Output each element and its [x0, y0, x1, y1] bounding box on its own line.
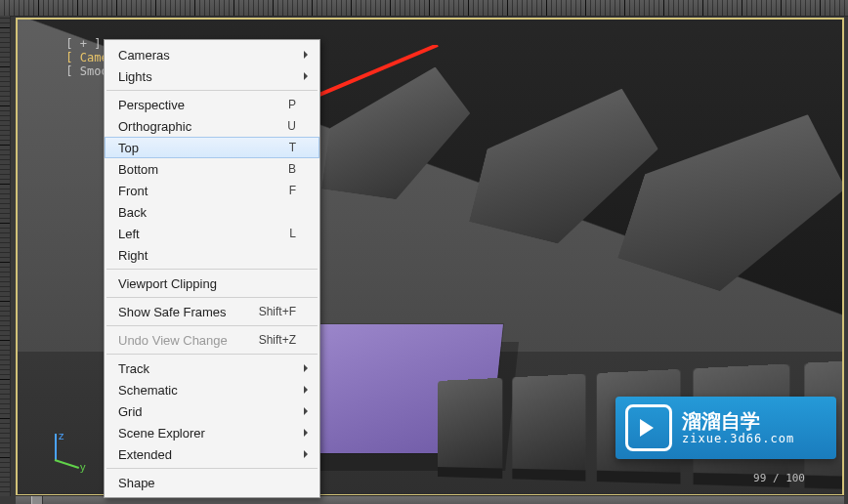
watermark-title: 溜溜自学 [682, 410, 794, 433]
menu-item-label: Cameras [118, 48, 170, 63]
menu-item-shortcut: P [288, 98, 296, 111]
axis-gizmo: z y [37, 434, 82, 479]
menu-item-label: Undo View Change [118, 333, 228, 348]
menu-item-lights[interactable]: Lights [105, 65, 319, 87]
menu-item-label: Bottom [118, 162, 158, 177]
menu-item-label: Scene Explorer [118, 426, 205, 441]
menu-item-label: Schematic [118, 383, 178, 398]
viewport-plus-button[interactable]: [ + ] [65, 37, 101, 51]
menu-item-viewport-clipping[interactable]: Viewport Clipping [105, 273, 319, 294]
menu-item-label: Show Safe Frames [118, 305, 227, 319]
axis-label-y: y [80, 461, 86, 473]
menu-item-top[interactable]: TopT [105, 137, 319, 158]
play-icon [625, 404, 672, 451]
ruler-vertical [0, 16, 11, 496]
menu-separator [106, 90, 318, 91]
menu-item-shortcut: L [289, 227, 296, 240]
menu-item-undo-view-change: Undo View ChangeShift+Z [105, 329, 319, 351]
menu-item-label: Track [118, 361, 149, 376]
menu-item-scene-explorer[interactable]: Scene Explorer [105, 422, 319, 443]
menu-item-shortcut: Shift+Z [259, 333, 296, 347]
menu-item-label: Back [118, 205, 147, 220]
viewport-context-menu: CamerasLightsPerspectivePOrthographicUTo… [104, 39, 320, 498]
menu-item-shortcut: B [288, 162, 296, 176]
menu-item-label: Grid [118, 404, 143, 419]
menu-item-shortcut: F [289, 184, 296, 197]
menu-item-label: Left [118, 227, 140, 241]
menu-item-back[interactable]: Back [105, 201, 319, 223]
menu-item-label: Perspective [118, 98, 185, 112]
menu-item-orthographic[interactable]: OrthographicU [105, 115, 319, 137]
menu-item-label: Lights [118, 69, 152, 84]
menu-item-label: Front [118, 184, 148, 198]
watermark-subtitle: zixue.3d66.com [682, 433, 794, 446]
menu-item-show-safe-frames[interactable]: Show Safe FramesShift+F [105, 301, 319, 322]
menu-item-shortcut: T [289, 141, 296, 154]
menu-item-cameras[interactable]: Cameras [105, 44, 319, 65]
menu-item-front[interactable]: FrontF [105, 180, 319, 201]
menu-item-schematic[interactable]: Schematic [105, 379, 319, 400]
menu-item-shortcut: Shift+F [259, 305, 296, 318]
menu-item-shortcut: U [287, 119, 296, 133]
menu-item-left[interactable]: LeftL [105, 223, 319, 244]
menu-separator [106, 325, 318, 326]
menu-item-label: Viewport Clipping [118, 276, 217, 291]
geometry-decor [617, 72, 844, 318]
watermark-badge: 溜溜自学 zixue.3d66.com [615, 397, 836, 459]
menu-item-label: Right [118, 248, 148, 263]
menu-item-label: Orthographic [118, 119, 191, 134]
menu-item-right[interactable]: Right [105, 244, 319, 266]
menu-item-label: Extended [118, 447, 172, 462]
timeline-thumb[interactable] [31, 496, 43, 504]
geometry-decor [321, 54, 476, 208]
axis-label-z: z [59, 430, 64, 441]
menu-item-label: Shape [118, 476, 155, 490]
menu-item-track[interactable]: Track [105, 357, 319, 379]
ruler-horizontal [0, 0, 848, 17]
menu-item-grid[interactable]: Grid [105, 400, 319, 422]
menu-item-extended[interactable]: Extended [105, 443, 319, 465]
menu-item-shape[interactable]: Shape [105, 472, 319, 493]
menu-separator [106, 297, 318, 298]
menu-item-perspective[interactable]: PerspectiveP [105, 94, 319, 115]
menu-separator [106, 468, 318, 469]
menu-separator [106, 354, 318, 355]
menu-item-label: Top [118, 141, 139, 155]
menu-item-bottom[interactable]: BottomB [105, 158, 319, 180]
frame-readout: 99 / 100 [753, 472, 805, 484]
menu-separator [106, 269, 318, 270]
